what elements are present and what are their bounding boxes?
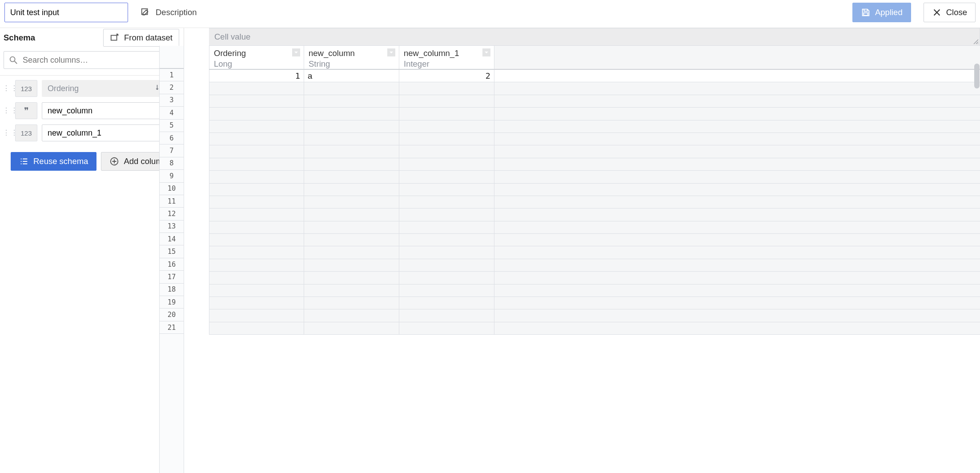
grid-cell[interactable] <box>304 108 399 120</box>
grid-cell[interactable] <box>209 234 304 246</box>
from-dataset-button[interactable]: From dataset <box>103 29 179 47</box>
grid-cell[interactable] <box>209 145 304 158</box>
grid-cell[interactable] <box>304 82 399 95</box>
grid-cell[interactable] <box>209 108 304 120</box>
grid-cell[interactable] <box>209 246 304 259</box>
vertical-scrollbar-thumb[interactable] <box>974 64 980 88</box>
grid-cell[interactable] <box>399 272 494 284</box>
resize-handle-icon[interactable] <box>972 38 979 44</box>
applied-button[interactable]: Applied <box>852 3 911 22</box>
row-number[interactable]: 7 <box>160 144 184 157</box>
grid-cell[interactable] <box>304 259 399 272</box>
grid-cell[interactable] <box>304 158 399 171</box>
description-button[interactable]: Description <box>141 8 197 17</box>
grid-cell[interactable] <box>399 108 494 120</box>
row-number[interactable]: 8 <box>160 157 184 170</box>
row-number[interactable]: 4 <box>160 107 184 119</box>
row-number[interactable]: 1 <box>160 69 184 81</box>
grid-cell[interactable] <box>399 259 494 272</box>
grid-cell[interactable] <box>399 208 494 221</box>
grid-cell[interactable] <box>304 145 399 158</box>
grid-cell[interactable] <box>209 95 304 108</box>
column-name-input[interactable] <box>48 128 157 138</box>
grid-column-header[interactable]: OrderingLong <box>209 46 304 69</box>
row-number[interactable]: 6 <box>160 132 184 144</box>
search-columns-box[interactable] <box>4 51 179 69</box>
grid-data-area[interactable]: 1a2 <box>209 70 980 473</box>
search-columns-input[interactable] <box>23 56 174 65</box>
grid-cell[interactable] <box>209 285 304 297</box>
grid-cell[interactable] <box>399 309 494 322</box>
grid-cell[interactable] <box>304 272 399 284</box>
grid-cell[interactable] <box>304 285 399 297</box>
row-number[interactable]: 15 <box>160 245 184 258</box>
grid-cell[interactable] <box>399 171 494 183</box>
grid-cell[interactable] <box>304 120 399 133</box>
column-type-chip[interactable]: 123 <box>15 80 37 97</box>
grid-cell[interactable] <box>304 95 399 108</box>
grid-cell[interactable] <box>209 221 304 234</box>
column-type-chip[interactable]: 123 <box>15 124 37 141</box>
grid-column-header[interactable]: new_columnString <box>304 46 399 69</box>
grid-cell[interactable] <box>399 196 494 208</box>
grid-cell[interactable] <box>209 171 304 183</box>
grid-cell[interactable] <box>304 246 399 259</box>
grid-cell[interactable] <box>399 158 494 171</box>
grid-cell[interactable] <box>209 322 304 335</box>
drag-handle-icon[interactable]: ⋮⋮ <box>3 108 11 113</box>
grid-cell[interactable] <box>304 234 399 246</box>
title-input[interactable] <box>4 3 128 22</box>
grid-cell[interactable] <box>304 322 399 335</box>
row-number[interactable]: 2 <box>160 81 184 94</box>
row-number[interactable]: 11 <box>160 195 184 208</box>
row-number[interactable]: 20 <box>160 309 184 321</box>
grid-cell[interactable] <box>209 158 304 171</box>
grid-cell[interactable] <box>399 82 494 95</box>
row-number[interactable]: 13 <box>160 220 184 233</box>
grid-cell[interactable] <box>399 221 494 234</box>
grid-cell[interactable] <box>304 196 399 208</box>
grid-cell[interactable] <box>304 133 399 145</box>
grid-cell[interactable] <box>304 208 399 221</box>
grid-cell[interactable] <box>399 246 494 259</box>
grid-cell[interactable] <box>209 133 304 145</box>
row-number[interactable]: 16 <box>160 258 184 271</box>
grid-cell[interactable] <box>209 196 304 208</box>
row-number[interactable]: 21 <box>160 321 184 334</box>
grid-cell[interactable] <box>399 145 494 158</box>
row-number[interactable]: 19 <box>160 296 184 309</box>
column-menu-button[interactable] <box>482 48 490 56</box>
grid-cell[interactable] <box>304 171 399 183</box>
row-number[interactable]: 14 <box>160 233 184 245</box>
grid-cell[interactable]: 2 <box>399 70 494 82</box>
grid-cell[interactable]: 1 <box>209 70 304 82</box>
grid-cell[interactable] <box>209 272 304 284</box>
drag-handle-icon[interactable]: ⋮⋮ <box>3 131 11 135</box>
row-number[interactable]: 12 <box>160 208 184 220</box>
grid-cell[interactable] <box>209 82 304 95</box>
close-button[interactable]: Close <box>924 3 976 22</box>
grid-cell[interactable] <box>399 285 494 297</box>
row-number[interactable]: 10 <box>160 183 184 195</box>
row-number[interactable]: 18 <box>160 284 184 296</box>
grid-cell[interactable] <box>399 95 494 108</box>
grid-cell[interactable] <box>209 208 304 221</box>
grid-cell[interactable] <box>399 120 494 133</box>
column-name-field[interactable] <box>42 124 163 141</box>
grid-cell[interactable] <box>209 120 304 133</box>
column-name-field[interactable] <box>42 102 163 119</box>
column-menu-button[interactable] <box>387 48 395 56</box>
grid-cell[interactable] <box>399 297 494 309</box>
grid-cell[interactable] <box>304 297 399 309</box>
column-type-chip[interactable]: ❞ <box>15 102 37 119</box>
grid-cell[interactable] <box>399 234 494 246</box>
row-number[interactable]: 17 <box>160 271 184 283</box>
grid-cell[interactable] <box>209 259 304 272</box>
column-name-input[interactable] <box>48 106 157 116</box>
row-number[interactable]: 5 <box>160 120 184 132</box>
grid-cell[interactable] <box>209 297 304 309</box>
cell-value-bar[interactable]: Cell value <box>209 28 980 46</box>
grid-column-header[interactable]: new_column_1Integer <box>399 46 494 69</box>
grid-cell[interactable] <box>209 184 304 196</box>
grid-cell[interactable] <box>399 133 494 145</box>
